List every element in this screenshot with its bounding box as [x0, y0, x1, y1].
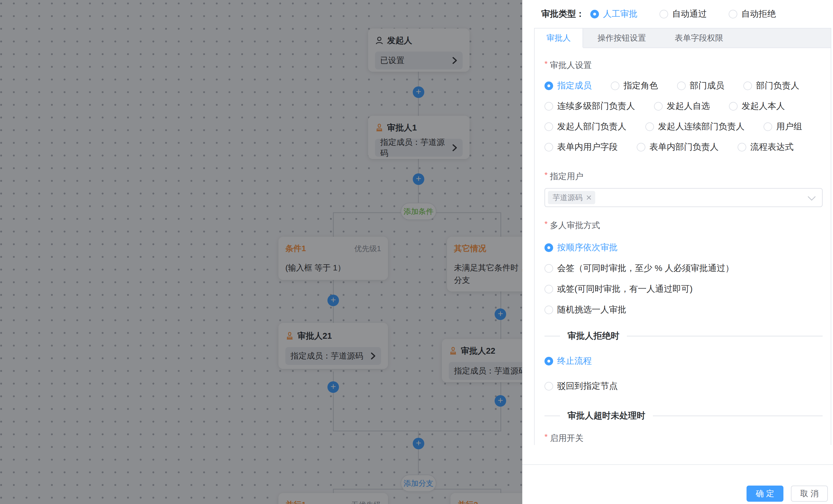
radio-icon[interactable]	[545, 143, 553, 151]
selected-user-tag-text: 芋道源码	[552, 193, 582, 203]
radio-icon[interactable]	[645, 122, 654, 131]
radio-icon[interactable]	[764, 122, 772, 131]
radio-icon[interactable]	[545, 102, 553, 110]
option-terminate-process[interactable]: 终止流程	[545, 355, 823, 367]
radio-icon[interactable]	[545, 264, 553, 273]
selected-user-tag: 芋道源码	[548, 191, 595, 204]
required-asterisk: *	[545, 220, 548, 229]
radio-icon[interactable]	[545, 382, 553, 390]
option-process-expression[interactable]: 流程表达式	[738, 141, 793, 153]
radio-selected-icon[interactable]	[545, 357, 553, 366]
option-assign-member[interactable]: 指定成员	[545, 80, 592, 92]
drawer-footer: 确 定 取 消	[522, 464, 833, 504]
modal-dim-overlay[interactable]	[0, 0, 522, 504]
reject-section-title: 审批人拒绝时	[568, 330, 619, 342]
radio-icon[interactable]	[677, 81, 686, 90]
radio-selected-icon[interactable]	[590, 10, 599, 19]
workflow-designer: + + + + + + + 发起人 已设置	[0, 0, 833, 504]
radio-icon[interactable]	[545, 285, 553, 294]
option-initiator-self[interactable]: 发起人本人	[729, 100, 785, 112]
tab-approver[interactable]: 审批人	[535, 28, 583, 48]
radio-selected-icon[interactable]	[545, 243, 553, 252]
option-random-one[interactable]: 随机挑选一人审批	[545, 304, 823, 316]
approver-setup-row2: 连续多级部门负责人 发起人自选 发起人本人	[545, 100, 823, 112]
config-tabs: 审批人 操作按钮设置 表单字段权限	[535, 28, 831, 48]
timeout-section-divider: 审批人超时未处理时	[545, 410, 823, 422]
approval-type-label: 审批类型：	[541, 8, 585, 20]
option-dept-leader[interactable]: 部门负责人	[743, 80, 799, 92]
tab-form-field-permission[interactable]: 表单字段权限	[660, 28, 738, 48]
approval-type-option-auto-pass[interactable]: 自动通过	[660, 8, 707, 20]
radio-icon[interactable]	[660, 10, 668, 19]
radio-icon[interactable]	[545, 306, 553, 314]
radio-icon[interactable]	[729, 10, 737, 19]
required-asterisk: *	[545, 433, 548, 442]
option-initiator-multi-dept-leader[interactable]: 发起人连续部门负责人	[645, 121, 744, 132]
timeout-section-title: 审批人超时未处理时	[568, 410, 645, 422]
approval-type-option-auto-reject[interactable]: 自动拒绝	[729, 8, 776, 20]
cancel-button[interactable]: 取 消	[791, 485, 828, 502]
option-initiator-dept-leader[interactable]: 发起人部门负责人	[545, 121, 626, 132]
approver-setup-row1: 指定成员 指定角色 部门成员 部门负责人	[545, 80, 823, 92]
option-form-user-field[interactable]: 表单内用户字段	[545, 141, 618, 153]
assigned-user-select[interactable]: 芋道源码	[545, 188, 823, 207]
tab-content-approver[interactable]: * 审批人设置 指定成员 指定角色 部门成员	[535, 48, 831, 445]
approver-setup-label: * 审批人设置	[545, 59, 823, 71]
required-asterisk: *	[545, 59, 548, 69]
enable-switch-label: * 启用开关	[545, 433, 823, 444]
approver-setup-row4: 表单内用户字段 表单内部门负责人 流程表达式	[545, 141, 823, 153]
multi-approve-label: * 多人审批方式	[545, 220, 823, 231]
radio-icon[interactable]	[654, 102, 663, 110]
option-dept-member[interactable]: 部门成员	[677, 80, 724, 92]
config-tab-pane: 审批人 操作按钮设置 表单字段权限 * 审批人设置 指定成员	[534, 28, 831, 445]
confirm-button[interactable]: 确 定	[746, 485, 783, 502]
option-countersign[interactable]: 会签（可同时审批，至少 % 人必须审批通过）	[545, 262, 823, 274]
option-multi-level-dept-leader[interactable]: 连续多级部门负责人	[545, 100, 635, 112]
approver-config-drawer: 审批类型： 人工审批 自动通过 自动拒绝 审批人 操作按钮设置 表单字段权限	[522, 0, 833, 504]
approval-type-option-manual[interactable]: 人工审批	[590, 8, 638, 20]
radio-icon[interactable]	[743, 81, 752, 90]
radio-icon[interactable]	[611, 81, 619, 90]
option-return-to-node[interactable]: 驳回到指定节点	[545, 380, 823, 392]
option-assign-role[interactable]: 指定角色	[611, 80, 658, 92]
radio-icon[interactable]	[738, 143, 746, 151]
radio-icon[interactable]	[729, 102, 738, 110]
radio-selected-icon[interactable]	[545, 81, 553, 90]
radio-icon[interactable]	[545, 122, 553, 131]
approval-type-row: 审批类型： 人工审批 自动通过 自动拒绝	[522, 0, 833, 28]
tag-close-icon[interactable]	[586, 195, 592, 200]
required-asterisk: *	[545, 171, 548, 180]
radio-icon[interactable]	[637, 143, 645, 151]
tab-button-settings[interactable]: 操作按钮设置	[583, 28, 660, 48]
assigned-user-label: * 指定用户	[545, 171, 823, 182]
approver-setup-row3: 发起人部门负责人 发起人连续部门负责人 用户组	[545, 121, 823, 132]
chevron-down-icon	[808, 196, 816, 201]
reject-section-divider: 审批人拒绝时	[545, 330, 823, 342]
option-initiator-choose[interactable]: 发起人自选	[654, 100, 710, 112]
option-orsign[interactable]: 或签(可同时审批，有一人通过即可)	[545, 283, 823, 295]
option-form-dept-leader[interactable]: 表单内部门负责人	[637, 141, 719, 153]
option-user-group[interactable]: 用户组	[764, 121, 802, 132]
option-sequential-approve[interactable]: 按顺序依次审批	[545, 242, 823, 253]
